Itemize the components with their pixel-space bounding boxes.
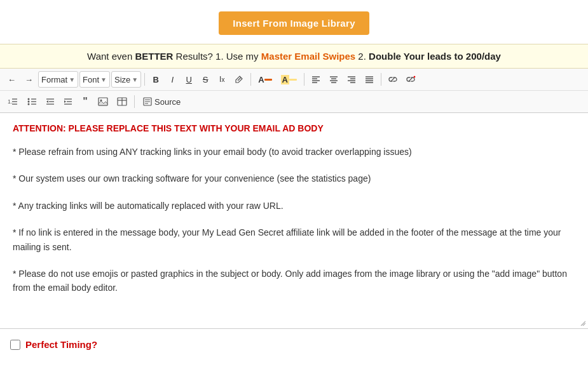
- insert-table-button[interactable]: [113, 94, 131, 109]
- svg-point-24: [28, 101, 30, 103]
- align-center-button[interactable]: [325, 72, 342, 87]
- font-label: Font: [83, 75, 99, 84]
- strikethrough-button[interactable]: S: [198, 72, 213, 87]
- svg-marker-39: [99, 101, 107, 105]
- editor-resize-handle[interactable]: [579, 319, 587, 327]
- svg-text:1.: 1.: [8, 98, 13, 105]
- indent-button[interactable]: [60, 94, 76, 109]
- insert-link-button[interactable]: [385, 72, 401, 87]
- ordered-list-button[interactable]: 1.: [4, 94, 22, 109]
- subscript-button[interactable]: Ix: [214, 72, 229, 87]
- source-button[interactable]: Source: [138, 93, 186, 110]
- unordered-list-button[interactable]: [23, 94, 41, 109]
- align-right-button[interactable]: [343, 72, 360, 87]
- perfect-timing-checkbox[interactable]: [10, 340, 20, 350]
- insert-button-area: Insert From Image Library: [0, 0, 588, 44]
- banner-text-orange: Master Email Swipes: [261, 51, 355, 62]
- editor-para-3: * Any tracking links will be automatical…: [13, 199, 575, 213]
- banner-text-middle2: 2.: [355, 51, 369, 62]
- font-color-button[interactable]: A: [254, 72, 275, 87]
- editor-attention-text: ATTENTION: PLEASE REPLACE THIS TEXT WITH…: [13, 123, 575, 133]
- banner-text-bold: BETTER: [135, 51, 173, 62]
- svg-point-23: [28, 98, 30, 100]
- size-select[interactable]: Size ▼: [111, 71, 141, 88]
- editor-para-1: * Please refrain from using ANY tracking…: [13, 145, 575, 159]
- font-dropdown-arrow: ▼: [100, 76, 107, 83]
- size-dropdown-arrow: ▼: [132, 76, 138, 83]
- divider-1: [144, 73, 145, 86]
- redo-button[interactable]: →: [21, 72, 37, 87]
- insert-from-image-library-button[interactable]: Insert From Image Library: [219, 11, 369, 35]
- outdent-button[interactable]: [42, 94, 58, 109]
- source-icon: [143, 97, 152, 106]
- editor-para-2: * Our system uses our own tracking softw…: [13, 171, 575, 185]
- align-left-button[interactable]: [308, 72, 324, 87]
- format-select[interactable]: Format ▼: [38, 71, 78, 88]
- svg-marker-36: [64, 100, 66, 103]
- divider-4: [381, 73, 381, 86]
- toolbar-row-2: 1. ": [0, 91, 588, 112]
- remove-format-button[interactable]: [231, 72, 247, 87]
- editor-para-5: * Please do not use emojis or pasted gra…: [13, 267, 575, 295]
- source-label: Source: [154, 97, 181, 107]
- divider-2: [250, 73, 251, 86]
- editor-content-area[interactable]: ATTENTION: PLEASE REPLACE THIS TEXT WITH…: [0, 113, 588, 329]
- editor-toolbar: ← → Format ▼ Font ▼ Size ▼ B I U: [0, 69, 588, 113]
- undo-button[interactable]: ←: [4, 72, 20, 87]
- size-label: Size: [114, 75, 130, 84]
- font-select[interactable]: Font ▼: [79, 71, 110, 88]
- editor-para-4: * If no link is entered in the message b…: [13, 225, 575, 254]
- insert-image-button[interactable]: [94, 94, 112, 109]
- perfect-timing-label[interactable]: Perfect Timing?: [25, 339, 97, 350]
- underline-button[interactable]: U: [181, 72, 196, 87]
- footer-area: Perfect Timing?: [0, 329, 588, 360]
- banner-text-bold2: Double Your leads to 200/day: [369, 51, 501, 62]
- blockquote-button[interactable]: ": [78, 94, 93, 109]
- remove-link-button[interactable]: [402, 72, 420, 87]
- align-justify-button[interactable]: [361, 72, 378, 87]
- divider-5: [134, 95, 135, 108]
- svg-point-25: [28, 104, 30, 105]
- banner-text-middle: Results? 1. Use my: [173, 51, 261, 62]
- highlight-color-button[interactable]: A: [277, 72, 301, 87]
- format-dropdown-arrow: ▼: [69, 76, 75, 83]
- format-label: Format: [41, 75, 67, 84]
- toolbar-row-1: ← → Format ▼ Font ▼ Size ▼ B I U: [0, 69, 588, 91]
- divider-3: [304, 73, 304, 86]
- svg-marker-32: [46, 100, 48, 103]
- bold-button[interactable]: B: [148, 72, 163, 87]
- info-banner: Want even BETTER Results? 1. Use my Mast…: [0, 44, 588, 69]
- banner-text-before: Want even: [87, 51, 135, 62]
- italic-button[interactable]: I: [165, 72, 180, 87]
